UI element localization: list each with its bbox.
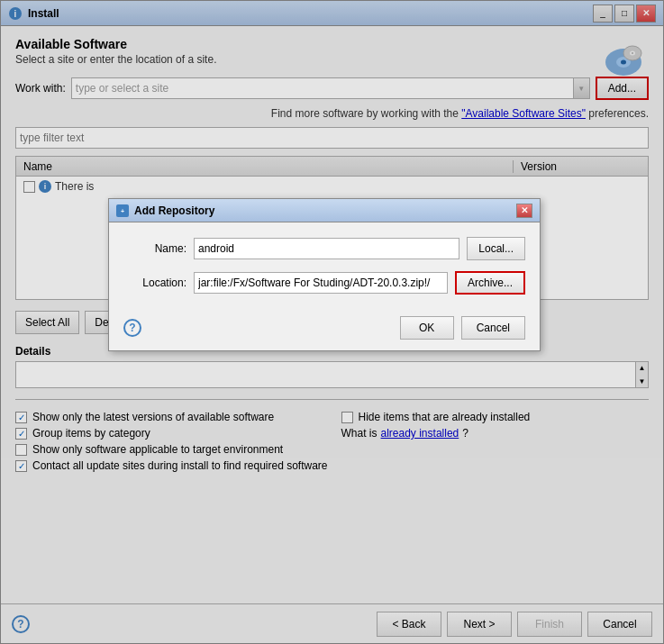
work-with-label: Work with: (15, 82, 66, 95)
scroll-up-arrow[interactable]: ▲ (637, 362, 648, 374)
add-repository-dialog: + Add Repository ✕ Name: Local... Locati… (108, 198, 541, 351)
modal-close-button[interactable]: ✕ (516, 204, 532, 218)
maximize-button[interactable]: □ (614, 5, 634, 23)
show-applicable-label: Show only software applicable to target … (32, 443, 283, 456)
modal-icon: + (116, 204, 129, 217)
contact-update-sites-option: Contact all update sites during install … (15, 459, 649, 472)
scroll-down-arrow[interactable]: ▼ (637, 376, 648, 387)
hide-installed-option: Hide items that are already installed (341, 411, 650, 423)
show-latest-checkbox[interactable] (15, 412, 27, 423)
location-input[interactable] (194, 272, 448, 294)
svg-point-4 (621, 60, 626, 65)
modal-title-bar: + Add Repository ✕ (109, 199, 540, 222)
available-sites-row: Find more software by working with the "… (15, 107, 649, 120)
contact-update-sites-checkbox[interactable] (15, 460, 27, 472)
details-box: ▲ ▼ (15, 361, 649, 388)
modal-cancel-button[interactable]: Cancel (461, 316, 525, 340)
show-latest-label: Show only the latest versions of availab… (32, 411, 274, 423)
modal-footer: ? OK Cancel (109, 309, 540, 350)
what-is-text: What is (341, 427, 377, 440)
show-latest-option: Show only the latest versions of availab… (15, 411, 323, 423)
cancel-button[interactable]: Cancel (587, 612, 652, 637)
select-all-button[interactable]: Select All (15, 311, 79, 334)
modal-help-icon[interactable]: ? (123, 319, 141, 337)
modal-title: Add Repository (134, 204, 516, 217)
window-controls: _ □ ✕ (593, 5, 656, 23)
install-icon (598, 37, 649, 80)
show-applicable-option: Show only software applicable to target … (15, 443, 323, 456)
work-with-combo[interactable]: type or select a site ▼ (71, 77, 590, 99)
version-column-header: Version (513, 160, 648, 173)
local-button[interactable]: Local... (467, 237, 525, 260)
row-text: There is (55, 180, 94, 193)
name-column-header: Name (16, 160, 513, 173)
footer: ? < Back Next > Finish Cancel (1, 603, 663, 643)
available-sites-text: Find more software by working with the (271, 107, 461, 120)
footer-buttons: < Back Next > Finish Cancel (377, 612, 652, 637)
window-icon: i (8, 6, 23, 21)
help-icon[interactable]: ? (12, 615, 30, 633)
group-by-category-label: Group items by category (32, 427, 150, 440)
name-input[interactable] (194, 238, 459, 259)
modal-content: Name: Local... Location: Archive... (109, 222, 540, 309)
what-is-suffix: ? (462, 427, 468, 440)
location-row: Location: Archive... (123, 271, 525, 295)
available-sites-suffix: preferences. (588, 107, 649, 120)
work-with-row: Work with: type or select a site ▼ Add..… (15, 77, 649, 100)
close-button[interactable]: ✕ (636, 5, 656, 23)
name-row: Name: Local... (123, 237, 525, 260)
svg-text:+: + (121, 208, 124, 214)
show-applicable-checkbox[interactable] (15, 444, 27, 456)
svg-point-7 (632, 52, 633, 54)
ok-button[interactable]: OK (400, 316, 454, 340)
hide-installed-checkbox[interactable] (341, 412, 353, 423)
modal-footer-buttons: OK Cancel (400, 316, 525, 340)
options-section: Show only the latest versions of availab… (15, 411, 649, 472)
location-label: Location: (123, 277, 186, 289)
group-by-category-option: Group items by category (15, 427, 323, 440)
next-button[interactable]: Next > (447, 612, 512, 637)
back-button[interactable]: < Back (377, 612, 441, 637)
hide-installed-label: Hide items that are already installed (359, 411, 531, 423)
table-row: i There is (16, 177, 648, 196)
divider (15, 399, 649, 400)
details-section: Details ▲ ▼ (15, 345, 649, 388)
group-by-category-checkbox[interactable] (15, 428, 27, 440)
combo-placeholder: type or select a site (76, 82, 586, 95)
table-header: Name Version (16, 157, 648, 177)
info-icon: i (39, 180, 51, 193)
available-sites-link[interactable]: "Available Software Sites" (461, 107, 586, 120)
window-title: Install (28, 7, 593, 20)
filter-input[interactable] (15, 127, 649, 149)
title-bar: i Install _ □ ✕ (1, 1, 663, 26)
minimize-button[interactable]: _ (593, 5, 613, 23)
contact-update-sites-label: Contact all update sites during install … (32, 459, 328, 472)
finish-button[interactable]: Finish (517, 612, 582, 637)
page-title: Available Software (15, 37, 586, 51)
archive-button[interactable]: Archive... (455, 271, 525, 295)
row-checkbox[interactable] (23, 181, 35, 193)
already-installed-row: What is already installed ? (341, 427, 650, 440)
svg-text:i: i (14, 9, 17, 19)
combo-dropdown-arrow[interactable]: ▼ (573, 78, 589, 98)
name-label: Name: (123, 242, 186, 255)
scrollbar[interactable]: ▲ ▼ (635, 362, 648, 387)
page-subtitle: Select a site or enter the location of a… (15, 53, 586, 66)
already-installed-link[interactable]: already installed (381, 427, 459, 440)
